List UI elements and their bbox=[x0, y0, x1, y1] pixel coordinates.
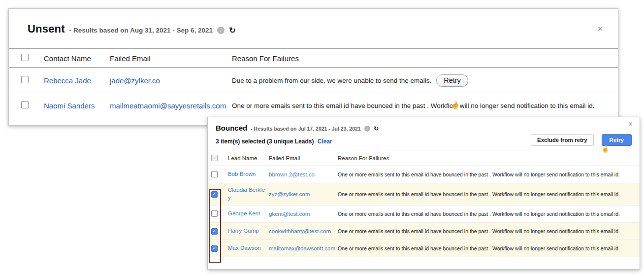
column-header-failed-email: Failed Email bbox=[110, 54, 232, 63]
failure-reason: One or more emails sent to this email id… bbox=[338, 228, 640, 234]
unsent-dialog-header: Unsent - Results based on Aug 31, 2021 -… bbox=[9, 9, 618, 35]
dialog-subtitle: - Results based on Aug 31, 2021 - Sep 6,… bbox=[69, 27, 213, 34]
column-header-reason: Reason For Failures bbox=[338, 155, 640, 161]
row-checkbox[interactable]: ✓ bbox=[211, 191, 218, 198]
lead-name-link[interactable]: Max Dawson bbox=[228, 245, 260, 251]
check-icon: ✓ bbox=[212, 192, 216, 197]
lead-name-link[interactable]: George Kent bbox=[228, 210, 260, 216]
table-row: ✓ Bob Brown bbrown.2@test.co One or more… bbox=[208, 166, 640, 183]
failure-reason: Due to a problem from our side, we were … bbox=[232, 77, 431, 84]
contact-name-link[interactable]: Rebecca Jade bbox=[44, 76, 91, 85]
indeterminate-icon: – bbox=[213, 156, 216, 161]
failed-email-link[interactable]: bbrown.2@test.co bbox=[269, 172, 315, 177]
info-icon[interactable]: i bbox=[217, 27, 225, 34]
table-row: ✓ Harry Gump cookwithharry@test.com One … bbox=[208, 223, 640, 240]
selection-count-text: 3 item(s) selected (3 unique Leads) bbox=[216, 138, 314, 145]
close-icon[interactable]: × bbox=[597, 24, 603, 34]
table-row: ✓ Claudia Berkley zyz@zylker.com One or … bbox=[208, 183, 640, 206]
screen: × Unsent - Results based on Aug 31, 2021… bbox=[0, 0, 644, 276]
row-checkbox[interactable]: ✓ bbox=[211, 245, 218, 252]
row-checkbox[interactable]: ✓ bbox=[21, 76, 29, 83]
close-icon[interactable]: × bbox=[628, 120, 633, 128]
dialog-title: Bounced bbox=[216, 124, 247, 132]
retry-button[interactable]: Retry bbox=[602, 134, 632, 146]
check-icon: ✓ bbox=[212, 246, 216, 251]
failure-reason: One or more emails sent to this email id… bbox=[338, 172, 640, 177]
failed-email-link[interactable]: gkent@test.com bbox=[269, 211, 310, 217]
unsent-table-header: ✓ Contact Name Failed Email Reason For F… bbox=[9, 48, 618, 68]
clear-selection-link[interactable]: Clear bbox=[318, 138, 332, 145]
failure-reason: One or more emails sent to this email id… bbox=[338, 211, 640, 217]
exclude-from-retry-button[interactable]: Exclude from retry bbox=[531, 134, 594, 146]
table-row: ✓ George Kent gkent@test.com One or more… bbox=[208, 206, 640, 223]
column-header-reason: Reason For Failures bbox=[232, 54, 618, 63]
table-row: ✓ Rebecca Jade jade@zylker.co Due to a p… bbox=[9, 68, 618, 93]
table-row: ✓ Naomi Sanders mailmeatnaomi@sayyesreta… bbox=[9, 93, 618, 118]
failed-email-link[interactable]: jade@zylker.co bbox=[110, 76, 160, 85]
column-header-contact-name: Contact Name bbox=[44, 54, 110, 63]
failed-email-link[interactable]: mailtomax@dawsontt.com bbox=[269, 245, 335, 251]
contact-name-link[interactable]: Naomi Sanders bbox=[44, 102, 95, 110]
column-header-lead-name: Lead Name bbox=[228, 155, 269, 161]
failure-reason: One or more emails sent to this email id… bbox=[338, 191, 640, 197]
action-buttons: Exclude from retry Retry bbox=[531, 134, 632, 146]
lead-name-link[interactable]: Bob Brown bbox=[228, 171, 256, 177]
refresh-icon[interactable]: ↻ bbox=[374, 125, 379, 132]
bounced-dialog: × Bounced - Results based on Jul 17, 202… bbox=[207, 117, 640, 270]
failed-email-link[interactable]: zyz@zylker.com bbox=[269, 191, 310, 197]
check-icon: ✓ bbox=[212, 229, 216, 234]
unsent-dialog: × Unsent - Results based on Aug 31, 2021… bbox=[8, 8, 618, 126]
retry-button[interactable]: Retry bbox=[436, 74, 468, 87]
bounced-table-header: – Lead Name Failed Email Reason For Fail… bbox=[208, 150, 640, 166]
failure-reason: One or more emails sent to this email id… bbox=[338, 245, 640, 251]
lead-name-link[interactable]: Claudia Berkley bbox=[228, 187, 265, 201]
select-all-checkbox[interactable]: ✓ bbox=[21, 54, 29, 61]
lead-name-link[interactable]: Harry Gump bbox=[228, 228, 259, 234]
failure-reason: One or more emails sent to this email id… bbox=[232, 102, 595, 109]
failed-email-link[interactable]: mailmeatnaomi@sayyesretails.com bbox=[110, 102, 226, 110]
refresh-icon[interactable]: ↻ bbox=[229, 26, 235, 35]
row-checkbox[interactable]: ✓ bbox=[211, 228, 218, 235]
dialog-title: Unsent bbox=[28, 23, 65, 35]
info-icon[interactable]: i bbox=[364, 126, 370, 132]
dialog-subtitle: - Results based on Jul 17, 2021 - Jul 23… bbox=[251, 126, 361, 132]
column-header-failed-email: Failed Email bbox=[269, 155, 338, 161]
row-checkbox[interactable]: ✓ bbox=[21, 101, 29, 108]
failed-email-link[interactable]: cookwithharry@test.com bbox=[269, 228, 331, 234]
row-checkbox[interactable]: ✓ bbox=[211, 171, 218, 177]
row-checkbox[interactable]: ✓ bbox=[211, 210, 218, 217]
table-row: ✓ Max Dawson mailtomax@dawsontt.com One … bbox=[208, 240, 640, 257]
bounced-dialog-header: Bounced - Results based on Jul 17, 2021 … bbox=[208, 117, 640, 132]
select-all-checkbox[interactable]: – bbox=[211, 155, 218, 161]
